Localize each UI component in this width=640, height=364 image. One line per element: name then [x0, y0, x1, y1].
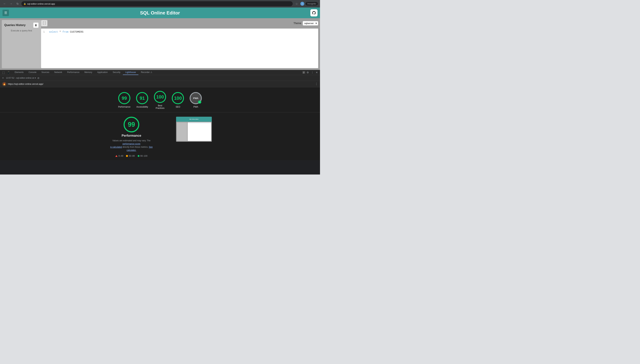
delete-history-button[interactable]: 🗑: [33, 22, 39, 28]
sql-table: CUSTOMERS: [70, 30, 84, 33]
code-content: select * from CUSTOMERS: [49, 30, 83, 34]
sql-star: *: [60, 30, 63, 33]
devtools-url-text: https://sql-editor-online.vercel.app/: [8, 82, 313, 85]
forward-button[interactable]: →: [9, 1, 14, 6]
inspect-element-icon[interactable]: ⬚: [2, 70, 6, 75]
tab-memory-label: Memory: [85, 71, 92, 74]
tab-network[interactable]: Network: [52, 70, 65, 75]
tab-performance[interactable]: Performance: [65, 70, 82, 75]
score-num-pwa: PWA: [193, 97, 199, 100]
bookmark-icon[interactable]: ☆: [294, 1, 299, 6]
app-header: ☰ SQL Online Editor: [0, 8, 320, 18]
score-accessibility[interactable]: 91 Accessibility: [136, 92, 148, 108]
legend-average: 50–89: [126, 155, 135, 157]
session-bar: + 13:57:52 - sql-editor-online.ve ▾ ⊘: [0, 75, 320, 81]
address-bar[interactable]: 🔒 sql-editor-online.vercel.app: [22, 1, 293, 6]
tab-network-label: Network: [54, 71, 62, 74]
desc-text-2: directly from these metrics.: [123, 146, 149, 148]
tab-console[interactable]: Console: [26, 70, 39, 75]
back-button[interactable]: ←: [2, 1, 7, 6]
score-label-pwa: PWA: [193, 106, 198, 108]
legend-pass-range: 90–100: [140, 155, 148, 157]
tab-application[interactable]: Application: [95, 70, 110, 75]
legend-dot-green: [138, 155, 139, 157]
tab-lighthouse-label: Lighthouse: [125, 71, 136, 74]
score-circle-best-practices: 100: [154, 91, 166, 103]
score-label-accessibility: Accessibility: [136, 106, 148, 108]
sql-from: from: [63, 30, 69, 33]
verify-icon[interactable]: ⊘: [37, 76, 40, 80]
theme-selector: Theme sqlserver: [293, 21, 318, 26]
code-editor[interactable]: 1 select * from CUSTOMERS: [41, 28, 318, 68]
score-circle-performance: 99: [118, 92, 130, 104]
github-icon: [312, 11, 316, 15]
menu-icon: ☰: [4, 11, 7, 15]
lighthouse-detail: 99 Performance Values are estimated and …: [0, 112, 320, 160]
devtools-icons-left: ⬚ 📱: [0, 70, 12, 75]
session-label[interactable]: 13:57:52 - sql-editor-online.ve ▾: [6, 77, 36, 79]
score-seo[interactable]: 100 SEO: [172, 92, 184, 108]
profile-icon[interactable]: I: [300, 1, 305, 6]
expand-button[interactable]: ⛶: [41, 20, 48, 26]
score-label-best-practices: BestPractices: [156, 104, 164, 110]
tab-memory[interactable]: Memory: [82, 70, 95, 75]
menu-button[interactable]: ☰: [3, 10, 9, 16]
tab-elements[interactable]: Elements: [12, 70, 26, 75]
queries-empty-message: Execute a query first: [4, 29, 39, 32]
reload-button[interactable]: ↻: [15, 1, 20, 6]
devtools-more-icon[interactable]: ⋮: [310, 70, 314, 74]
browser-right-icons: ☆ I Incognito: [294, 1, 318, 6]
delete-icon: 🗑: [35, 24, 37, 26]
score-performance[interactable]: 99 Performance: [118, 92, 131, 108]
score-pwa[interactable]: PWA ✓ PWA: [190, 92, 202, 108]
legend-fail-range: 0–49: [118, 155, 123, 157]
incognito-badge: Incognito: [305, 2, 318, 6]
device-mode-icon[interactable]: 📱: [6, 70, 11, 74]
queries-panel-title: Queries History: [4, 24, 26, 27]
tab-recorder-label: Recorder ⚠: [141, 71, 152, 74]
devtools-url-more-icon[interactable]: ⋮: [315, 82, 318, 86]
devtools-settings-icon[interactable]: ⚙: [306, 70, 310, 74]
devtools-container: ⬚ 📱 Elements Console Sources Network Per…: [0, 70, 320, 174]
editor-toolbar: ⛶ Theme sqlserver: [41, 20, 318, 26]
score-num-seo: 100: [174, 96, 182, 101]
screenshot-inner: SQL Online Editor: [176, 117, 212, 142]
devtools-right-icons: 2 ⚙ ⋮ ✕: [302, 70, 320, 74]
theme-dropdown[interactable]: sqlserver: [303, 21, 318, 26]
score-circle-seo: 100: [172, 92, 184, 104]
score-label-seo: SEO: [176, 106, 180, 108]
main-container: ← → ↻ 🔒 sql-editor-online.vercel.app ☆ I…: [0, 0, 320, 174]
devtools-tab-bar: ⬚ 📱 Elements Console Sources Network Per…: [0, 70, 320, 75]
devtools-badge: 2: [302, 71, 305, 74]
legend-average-range: 50–89: [129, 155, 135, 157]
legend-dot-orange: [126, 155, 128, 157]
desc-text-1: Values are estimated and may vary. The: [112, 139, 150, 142]
lighthouse-big-score-section: 99 Performance Values are estimated and …: [108, 117, 155, 157]
tab-security[interactable]: Security: [110, 70, 123, 75]
tab-lighthouse[interactable]: Lighthouse: [123, 70, 138, 75]
score-best-practices[interactable]: 100 BestPractices: [154, 91, 166, 110]
score-label-performance: Performance: [118, 106, 131, 108]
big-score-label: Performance: [122, 134, 141, 138]
tab-recorder[interactable]: Recorder ⚠: [138, 70, 155, 75]
app-title: SQL Online Editor: [140, 10, 180, 16]
tab-sources-label: Sources: [42, 71, 49, 74]
tab-console-label: Console: [29, 71, 37, 74]
score-num-best-practices: 100: [156, 94, 164, 100]
tab-performance-label: Performance: [67, 71, 80, 74]
tab-sources[interactable]: Sources: [39, 70, 52, 75]
theme-label: Theme: [293, 22, 301, 24]
line-number: 1: [43, 30, 46, 34]
devtools-tabs: Elements Console Sources Network Perform…: [12, 70, 302, 75]
score-circle-pwa: PWA ✓: [190, 92, 202, 104]
github-button[interactable]: [310, 9, 317, 16]
big-score-circle: 99: [124, 117, 139, 132]
lock-icon: 🔒: [24, 3, 26, 5]
url-text: sql-editor-online.vercel.app: [27, 2, 55, 5]
add-session-icon[interactable]: +: [2, 76, 4, 80]
queries-panel-header: Queries History 🗑: [4, 22, 39, 28]
devtools-close-icon[interactable]: ✕: [315, 70, 318, 74]
lighthouse-url-icon: 🔥: [2, 82, 7, 86]
editor-area: ⛶ Theme sqlserver 1 select *: [41, 20, 318, 68]
score-num-performance: 99: [122, 96, 127, 101]
